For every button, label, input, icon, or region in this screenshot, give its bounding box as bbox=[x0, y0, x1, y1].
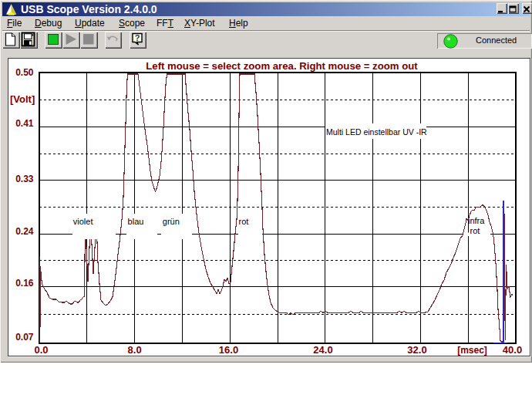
svg-text:Multi LED einstellbar UV -IR: Multi LED einstellbar UV -IR bbox=[326, 127, 427, 137]
svg-text:0.24: 0.24 bbox=[15, 226, 34, 237]
svg-text:0.33: 0.33 bbox=[15, 174, 34, 184]
svg-text:0.0: 0.0 bbox=[34, 344, 48, 356]
svg-text:?: ? bbox=[135, 33, 140, 42]
svg-text:[Volt]: [Volt] bbox=[10, 93, 35, 105]
svg-text:0.07: 0.07 bbox=[15, 332, 34, 343]
svg-text:blau: blau bbox=[128, 217, 144, 226]
svg-text:infra: infra bbox=[468, 216, 485, 225]
svg-text:32.0: 32.0 bbox=[407, 344, 426, 356]
svg-text:0.16: 0.16 bbox=[15, 278, 34, 289]
svg-text:40.0: 40.0 bbox=[503, 344, 522, 356]
svg-text:violet: violet bbox=[73, 217, 93, 226]
svg-text:0.41: 0.41 bbox=[15, 118, 34, 129]
svg-text:[msec]: [msec] bbox=[457, 345, 487, 356]
svg-text:rot: rot bbox=[470, 226, 480, 235]
svg-text:0.50: 0.50 bbox=[15, 67, 34, 78]
svg-text:grün: grün bbox=[163, 217, 180, 226]
svg-text:rot: rot bbox=[239, 217, 249, 226]
svg-text:24.0: 24.0 bbox=[313, 344, 332, 356]
svg-text:8.0: 8.0 bbox=[128, 344, 142, 356]
svg-text:Left mouse = select zoom area.: Left mouse = select zoom area. Right mou… bbox=[146, 60, 418, 72]
svg-text:16.0: 16.0 bbox=[219, 344, 238, 356]
